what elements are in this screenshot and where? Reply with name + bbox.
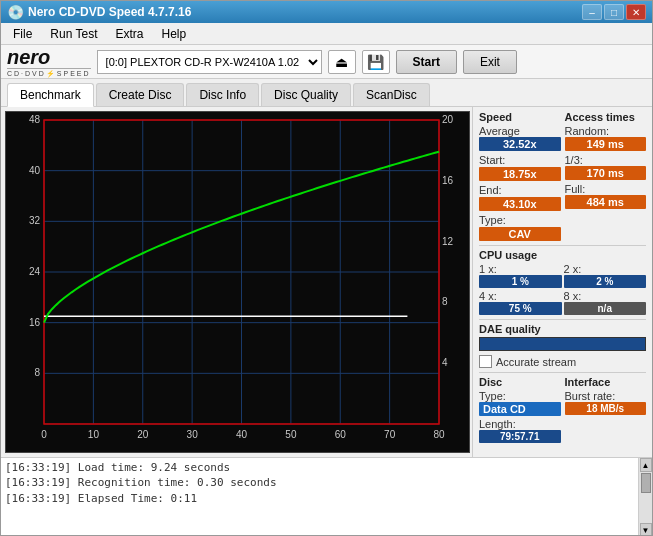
tab-create-disc[interactable]: Create Disc — [96, 83, 185, 106]
onethird-value: 170 ms — [565, 166, 647, 180]
start-label: Start: — [479, 154, 505, 166]
window-title: Nero CD-DVD Speed 4.7.7.16 — [28, 5, 191, 19]
app-icon: 💿 — [7, 4, 24, 20]
cpu-4x-value: 75 % — [479, 302, 562, 315]
log-content: [16:33:19] Load time: 9.24 seconds [16:3… — [1, 458, 638, 536]
speed-title: Speed — [479, 111, 561, 123]
cpu-2x-value: 2 % — [564, 275, 647, 288]
menu-file[interactable]: File — [5, 25, 40, 43]
start-value: 18.75x — [479, 167, 561, 181]
disc-title: Disc — [479, 376, 561, 388]
cpu-2x-label: 2 x: — [564, 263, 582, 275]
avg-label: Average — [479, 125, 561, 137]
menu-bar: File Run Test Extra Help — [1, 23, 652, 45]
cpu-1x-value: 1 % — [479, 275, 562, 288]
nero-logo: nero CD·DVD⚡SPEED — [7, 47, 91, 77]
interface-title: Interface — [565, 376, 647, 388]
access-title: Access times — [565, 111, 647, 123]
tab-benchmark[interactable]: Benchmark — [7, 83, 94, 107]
tab-disc-quality[interactable]: Disc Quality — [261, 83, 351, 106]
nero-product-text: CD·DVD⚡SPEED — [7, 68, 91, 77]
right-panel: Speed Average 32.52x Start: 18.75x End: … — [472, 107, 652, 457]
end-label: End: — [479, 184, 502, 196]
tab-disc-info[interactable]: Disc Info — [186, 83, 259, 106]
type-value: CAV — [479, 227, 561, 241]
type-label: Type: — [479, 214, 506, 226]
random-label: Random: — [565, 125, 647, 137]
cpu-title: CPU usage — [479, 249, 646, 261]
close-button[interactable]: ✕ — [626, 4, 646, 20]
tabs-row: Benchmark Create Disc Disc Info Disc Qua… — [1, 79, 652, 107]
full-value: 484 ms — [565, 195, 647, 209]
eject-button[interactable]: ⏏ — [328, 50, 356, 74]
menu-run-test[interactable]: Run Test — [42, 25, 105, 43]
log-scrollbar[interactable]: ▲ ▼ — [638, 458, 652, 536]
full-label: Full: — [565, 183, 647, 195]
disc-length-value: 79:57.71 — [479, 430, 561, 443]
scroll-up-button[interactable]: ▲ — [640, 458, 652, 472]
onethird-label: 1/3: — [565, 154, 647, 166]
log-line-1: [16:33:19] Recognition time: 0.30 second… — [5, 475, 634, 490]
tab-scan-disc[interactable]: ScanDisc — [353, 83, 430, 106]
burst-label: Burst rate: — [565, 390, 647, 402]
cpu-8x-label: 8 x: — [564, 290, 582, 302]
minimize-button[interactable]: – — [582, 4, 602, 20]
avg-value: 32.52x — [479, 137, 561, 151]
menu-help[interactable]: Help — [154, 25, 195, 43]
end-value: 43.10x — [479, 197, 561, 211]
disc-type-label: Type: — [479, 390, 561, 402]
random-value: 149 ms — [565, 137, 647, 151]
menu-extra[interactable]: Extra — [107, 25, 151, 43]
nero-brand-text: nero — [7, 47, 91, 67]
drive-select[interactable]: [0:0] PLEXTOR CD-R PX-W2410A 1.02 — [97, 50, 322, 74]
disc-type-value: Data CD — [479, 402, 561, 416]
scroll-down-button[interactable]: ▼ — [640, 523, 652, 536]
start-button[interactable]: Start — [396, 50, 457, 74]
cpu-1x-label: 1 x: — [479, 263, 497, 275]
burst-value: 18 MB/s — [565, 402, 647, 415]
cpu-8x-value: n/a — [564, 302, 647, 315]
benchmark-chart — [6, 112, 469, 452]
disc-length-label: Length: — [479, 418, 561, 430]
exit-button[interactable]: Exit — [463, 50, 517, 74]
dae-title: DAE quality — [479, 323, 646, 335]
accurate-stream-checkbox[interactable] — [479, 355, 492, 368]
title-bar: 💿 Nero CD-DVD Speed 4.7.7.16 – □ ✕ — [1, 1, 652, 23]
toolbar: nero CD·DVD⚡SPEED [0:0] PLEXTOR CD-R PX-… — [1, 45, 652, 79]
dae-bar — [479, 337, 646, 351]
log-line-0: [16:33:19] Load time: 9.24 seconds — [5, 460, 634, 475]
save-button[interactable]: 💾 — [362, 50, 390, 74]
cpu-4x-label: 4 x: — [479, 290, 497, 302]
log-area: [16:33:19] Load time: 9.24 seconds [16:3… — [1, 457, 652, 536]
maximize-button[interactable]: □ — [604, 4, 624, 20]
scroll-thumb[interactable] — [641, 473, 651, 493]
log-line-2: [16:33:19] Elapsed Time: 0:11 — [5, 491, 634, 506]
accurate-stream-label: Accurate stream — [496, 356, 576, 368]
